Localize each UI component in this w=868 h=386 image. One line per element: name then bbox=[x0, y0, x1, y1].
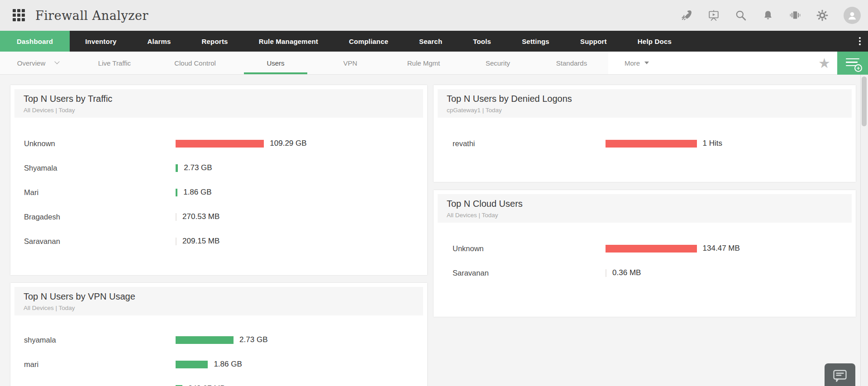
user-avatar[interactable] bbox=[844, 7, 861, 24]
dashboard-content: Top N Users by Traffic All Devices | Tod… bbox=[0, 75, 868, 386]
value-label: 1.86 GB bbox=[214, 360, 242, 369]
right-column: Top N Users by Denied Logons cpGateway1 … bbox=[434, 85, 856, 386]
bar[interactable] bbox=[176, 336, 234, 344]
tab-live-traffic[interactable]: Live Traffic bbox=[76, 52, 153, 74]
bar[interactable] bbox=[176, 189, 177, 196]
value-label: 134.47 MB bbox=[703, 244, 740, 253]
nav-overflow-menu-icon[interactable] bbox=[859, 31, 861, 52]
bar[interactable] bbox=[606, 140, 697, 148]
favorite-star-icon[interactable]: ★ bbox=[818, 52, 830, 75]
card-header: Top N Users by Traffic All Devices | Tod… bbox=[14, 89, 423, 118]
nav-item-tools[interactable]: Tools bbox=[458, 31, 506, 52]
nav-item-settings[interactable]: Settings bbox=[506, 31, 565, 52]
nav-item-support[interactable]: Support bbox=[565, 31, 622, 52]
bar[interactable] bbox=[606, 269, 606, 277]
card-top-cloud-users: Top N Cloud Users All Devices | Today Un… bbox=[434, 190, 856, 317]
tab-more-label: More bbox=[625, 59, 640, 67]
chart-row: Bragadesh 270.53 MB bbox=[14, 205, 423, 229]
devices-icon[interactable] bbox=[789, 10, 801, 21]
card-title: Top N Users by Denied Logons bbox=[447, 93, 843, 105]
presentation-icon[interactable] bbox=[708, 10, 720, 21]
user-label: Saravanan bbox=[24, 237, 176, 246]
card-top-users-by-vpn-usage: Top N Users by VPN Usage All Devices | T… bbox=[10, 283, 427, 386]
card-header: Top N Users by VPN Usage All Devices | T… bbox=[14, 287, 423, 315]
app-launcher-icon[interactable] bbox=[13, 9, 25, 22]
app-title: Firewall Analyzer bbox=[35, 9, 148, 23]
user-label: Unknown bbox=[24, 139, 176, 148]
user-label: Saravanan bbox=[453, 269, 606, 277]
nav-item-alarms[interactable]: Alarms bbox=[132, 31, 186, 52]
nav-item-compliance[interactable]: Compliance bbox=[334, 31, 404, 52]
tab-overview-label: Overview bbox=[17, 59, 46, 67]
bar[interactable] bbox=[176, 238, 176, 245]
chevron-down-icon[interactable] bbox=[55, 59, 60, 64]
bar[interactable] bbox=[176, 361, 208, 368]
tab-more[interactable]: More bbox=[625, 59, 649, 67]
value-label: 270.53 MB bbox=[182, 212, 219, 221]
add-widget-button[interactable]: + bbox=[837, 52, 868, 75]
value-label: 2.73 GB bbox=[239, 335, 267, 344]
chart-row: Shyamala 2.73 GB bbox=[14, 156, 423, 180]
tab-vpn[interactable]: VPN bbox=[314, 52, 386, 74]
chart-row: 243.07 MB bbox=[14, 376, 423, 386]
value-label: 209.15 MB bbox=[182, 237, 219, 246]
nav-item-search[interactable]: Search bbox=[404, 31, 458, 52]
nav-item-inventory[interactable]: Inventory bbox=[70, 31, 132, 52]
rocket-icon[interactable] bbox=[681, 10, 692, 21]
gear-icon[interactable] bbox=[816, 10, 828, 21]
value-label: 2.73 GB bbox=[184, 163, 212, 172]
user-label: revathi bbox=[453, 139, 606, 148]
user-label: Mari bbox=[24, 188, 176, 197]
chart-row: mari 1.86 GB bbox=[14, 352, 423, 376]
card-top-users-by-traffic: Top N Users by Traffic All Devices | Tod… bbox=[10, 85, 427, 275]
bar-chart: Unknown 134.47 MB Saravanan 0.36 MB bbox=[438, 236, 852, 285]
caret-down-icon bbox=[644, 62, 649, 64]
card-scope: All Devices | Today bbox=[24, 304, 414, 312]
tab-rule-mgmt[interactable]: Rule Mgmt bbox=[386, 52, 461, 74]
bar[interactable] bbox=[176, 213, 176, 221]
bell-icon[interactable] bbox=[762, 10, 774, 21]
user-label: Bragadesh bbox=[24, 213, 176, 221]
bar[interactable] bbox=[176, 140, 264, 148]
bar-chart: revathi 1 Hits bbox=[438, 131, 852, 156]
app-header: Firewall Analyzer bbox=[0, 0, 868, 31]
search-icon[interactable] bbox=[735, 10, 747, 21]
tab-cloud-control[interactable]: Cloud Control bbox=[153, 52, 237, 74]
user-label: shyamala bbox=[24, 336, 176, 344]
tab-overview[interactable]: Overview bbox=[0, 52, 76, 74]
bar-chart: shyamala 2.73 GB mari 1.86 GB 243.07 MB bbox=[14, 328, 423, 386]
card-title: Top N Cloud Users bbox=[447, 198, 843, 210]
card-header: Top N Cloud Users All Devices | Today bbox=[438, 194, 852, 223]
main-nav: Dashboard Inventory Alarms Reports Rule … bbox=[0, 31, 868, 52]
user-label: Shyamala bbox=[24, 164, 176, 172]
card-scope: All Devices | Today bbox=[447, 211, 843, 219]
add-widget-icon: + bbox=[846, 58, 859, 68]
value-label: 109.29 GB bbox=[270, 139, 306, 148]
value-label: 1 Hits bbox=[703, 139, 722, 148]
scrollbar-thumb[interactable] bbox=[862, 76, 867, 126]
tab-security[interactable]: Security bbox=[461, 52, 535, 74]
vertical-scrollbar[interactable] bbox=[860, 75, 868, 386]
card-title: Top N Users by Traffic bbox=[24, 93, 414, 105]
left-column: Top N Users by Traffic All Devices | Tod… bbox=[10, 85, 427, 386]
chart-row: Unknown 134.47 MB bbox=[438, 236, 852, 261]
card-title: Top N Users by VPN Usage bbox=[24, 291, 414, 302]
chart-row: Saravanan 0.36 MB bbox=[438, 261, 852, 285]
bar[interactable] bbox=[176, 164, 178, 172]
card-header: Top N Users by Denied Logons cpGateway1 … bbox=[438, 89, 852, 118]
dashboard-tab-bar: Overview Live Traffic Cloud Control User… bbox=[0, 52, 868, 75]
value-label: 243.07 MB bbox=[188, 384, 225, 386]
chart-row: Unknown 109.29 GB bbox=[14, 131, 423, 156]
user-label: Unknown bbox=[453, 244, 606, 253]
nav-item-help-docs[interactable]: Help Docs bbox=[622, 31, 687, 52]
tab-standards[interactable]: Standards bbox=[535, 52, 608, 74]
card-scope: All Devices | Today bbox=[24, 106, 414, 114]
chart-row: shyamala 2.73 GB bbox=[14, 328, 423, 352]
bar[interactable] bbox=[606, 245, 697, 253]
nav-item-reports[interactable]: Reports bbox=[186, 31, 243, 52]
nav-item-dashboard[interactable]: Dashboard bbox=[0, 31, 70, 52]
support-chat-button[interactable] bbox=[825, 363, 855, 386]
tab-users[interactable]: Users bbox=[237, 52, 314, 74]
nav-item-rule-management[interactable]: Rule Management bbox=[243, 31, 334, 52]
value-label: 0.36 MB bbox=[612, 268, 641, 277]
